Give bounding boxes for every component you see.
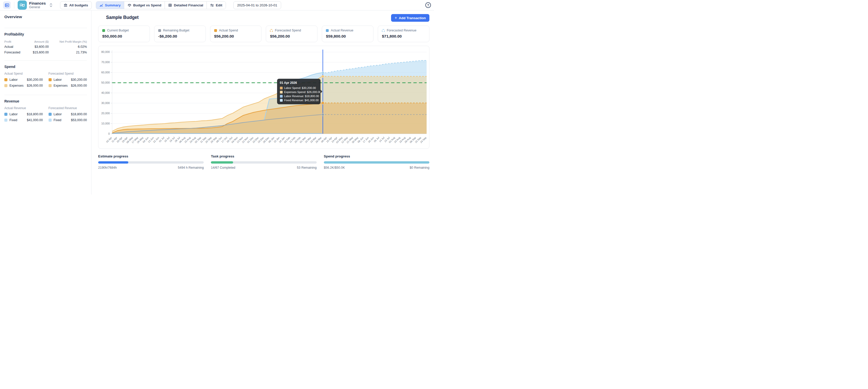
expenses-spend-swatch-icon <box>280 91 283 94</box>
profit-cell: 21.73% <box>49 50 87 55</box>
legend-group-actual-spend: Actual SpendLabor$30,200.00Expenses$26,0… <box>4 72 43 90</box>
legend-group-actual-revenue: Actual RevenueLabor$18,800.00Fixed$41,00… <box>4 106 43 124</box>
add-transaction-label: Add Transaction <box>399 16 426 20</box>
card-label: Remaining Budget <box>158 29 202 32</box>
legend-item-labor: Labor$18,800.00 <box>49 113 87 116</box>
tab-label: Summary <box>105 3 121 7</box>
tooltip-row-labor-spend: Labor Spend: $30,200.00 <box>280 86 318 89</box>
header-nav: All budgets SummaryBudget vs SpendDetail… <box>60 1 281 9</box>
card-value: $71,800.00 <box>382 34 425 38</box>
tab-edit[interactable]: Edit <box>207 2 226 9</box>
banknote-icon <box>20 2 25 8</box>
legend-label: Labor <box>9 113 18 116</box>
workspace-switcher[interactable]: Finances General <box>18 1 53 10</box>
view-tab-group: SummaryBudget vs SpendDetailed Financial… <box>96 1 226 9</box>
progress-left-label: 14/67 Completed <box>211 166 235 170</box>
tab-label: Budget vs Spend <box>133 3 161 7</box>
progress-bar <box>324 161 429 163</box>
x-axis-label: 19 Jul <box>169 136 175 143</box>
progress-task-progress: Task progress14/67 Completed53 Remaining <box>211 154 316 170</box>
tab-budget-vs-spend[interactable]: Budget vs Spend <box>124 2 164 9</box>
profit-row: Actual$3,600.006.02% <box>4 44 87 50</box>
tab-summary[interactable]: Summary <box>96 2 124 9</box>
card-label: Actual Revenue <box>326 29 369 32</box>
legend-group-title: Actual Spend <box>4 72 43 76</box>
x-axis-label: 14 Jul <box>378 136 385 143</box>
legend-value: $30,200.00 <box>27 78 43 82</box>
profit-row: Forecasted$15,600.0021.73% <box>4 50 87 55</box>
progress-title: Task progress <box>211 154 316 158</box>
labor-swatch-icon <box>49 113 52 116</box>
card-title: Current Budget <box>107 29 129 32</box>
legend-label: Fixed <box>9 118 18 122</box>
profit-column-header: Net Profit Margin (%) <box>49 39 87 44</box>
budget-chart[interactable]: 010,00020,00030,00040,00050,00060,00070,… <box>98 46 429 149</box>
forecasted-revenue-swatch-icon <box>382 29 385 32</box>
remaining-budget-swatch-icon <box>158 29 161 32</box>
legend-item-expenses: Expenses$26,000.00 <box>4 84 43 87</box>
card-value: -$6,200.00 <box>158 34 202 38</box>
legend-item-fixed: Fixed$53,000.00 <box>49 118 87 122</box>
sidebar-toggle-button[interactable] <box>3 1 11 9</box>
legend-label: Expenses <box>9 84 24 87</box>
date-range-input[interactable]: 2025-04-01 to 2026-10-01 <box>234 1 281 9</box>
workspace-title: Finances <box>29 1 46 6</box>
fixed-swatch-icon <box>4 119 7 122</box>
profit-column-header: Profit <box>4 39 27 44</box>
card-value: $59,800.00 <box>326 34 369 38</box>
svg-text:70,000: 70,000 <box>101 61 110 64</box>
tooltip-row-labor-revenue: Labor Revenue: $18,800.00 <box>280 95 318 98</box>
progress-title: Estimate progress <box>98 154 204 158</box>
tab-detailed-financial[interactable]: Detailed Financial <box>164 2 207 9</box>
scale-icon <box>128 3 131 7</box>
legend-label: Labor <box>54 113 62 116</box>
tooltip-text: Labor Revenue: $18,800.00 <box>284 95 319 98</box>
legend-group-title: Actual Revenue <box>4 106 43 110</box>
card-title: Forecasted Spend <box>275 29 301 32</box>
legend-value: $41,000.00 <box>27 118 43 122</box>
legend-label: Fixed <box>54 118 62 122</box>
card-label: Forecasted Revenue <box>382 29 425 32</box>
tooltip-date: 01 Apr 2026 <box>280 81 318 85</box>
card-title: Actual Spend <box>219 29 238 32</box>
all-budgets-button[interactable]: All budgets <box>60 1 92 9</box>
x-axis-label: 28 Mar <box>315 136 322 143</box>
legend-label: Expenses <box>54 84 68 87</box>
sidebar-divider <box>4 95 87 95</box>
progress-estimate-progress: Estimate progress2190h/7684h5494 h Remai… <box>98 154 204 170</box>
tooltip-row-expenses-spend: Expenses Spend: $26,000.00 <box>280 90 318 94</box>
tooltip-text: Expenses Spend: $26,000.00 <box>284 90 321 94</box>
expenses-swatch-icon <box>4 84 7 87</box>
x-axis-label: 10 Jul <box>163 136 170 143</box>
add-transaction-button[interactable]: + Add Transaction <box>391 14 429 22</box>
legend-group-forecasted-revenue: Forecasted RevenueLabor$18,800.00Fixed$5… <box>49 106 87 124</box>
card-label: Forecasted Spend <box>270 29 313 32</box>
plus-icon: + <box>395 16 397 20</box>
card-title: Forecasted Revenue <box>387 29 416 32</box>
profit-cell: 6.02% <box>49 44 87 50</box>
sidebar-title: Overview <box>4 14 87 19</box>
legend-label: Labor <box>54 78 62 82</box>
svg-text:50,000: 50,000 <box>101 81 110 84</box>
main-panel: Sample Budget + Add Transaction Current … <box>92 10 434 194</box>
card-forecasted-spend: Forecasted Spend$56,200.00 <box>266 26 317 42</box>
profitability-table: ProfitAmount ($)Net Profit Margin (%) Ac… <box>4 39 87 55</box>
legend-value: $53,000.00 <box>71 118 87 122</box>
budget-chart-svg[interactable]: 010,00020,00030,00040,00050,00060,00070,… <box>99 47 429 149</box>
legend-group-title: Forecasted Revenue <box>49 106 87 110</box>
progress-fill <box>98 161 128 163</box>
progress-spend-progress: Spend progress$56.2K/$50.0K$0 Remaining <box>324 154 429 170</box>
card-title: Actual Revenue <box>331 29 353 32</box>
legend-group-title: Forecasted Spend <box>49 72 87 76</box>
legend-value: $18,800.00 <box>27 113 43 116</box>
expenses-swatch-icon <box>49 84 52 87</box>
legend-label: Labor <box>9 78 18 82</box>
svg-text:0: 0 <box>108 132 110 135</box>
current-budget-swatch-icon <box>102 29 105 32</box>
help-icon[interactable]: ? <box>425 2 431 8</box>
chevron-up-down-icon[interactable] <box>50 3 53 7</box>
x-axis-label: 01 Jul <box>158 136 165 143</box>
progress-section: Estimate progress2190h/7684h5494 h Remai… <box>98 154 429 170</box>
legend-value: $18,800.00 <box>71 113 87 116</box>
legend-value: $30,200.00 <box>71 78 87 82</box>
